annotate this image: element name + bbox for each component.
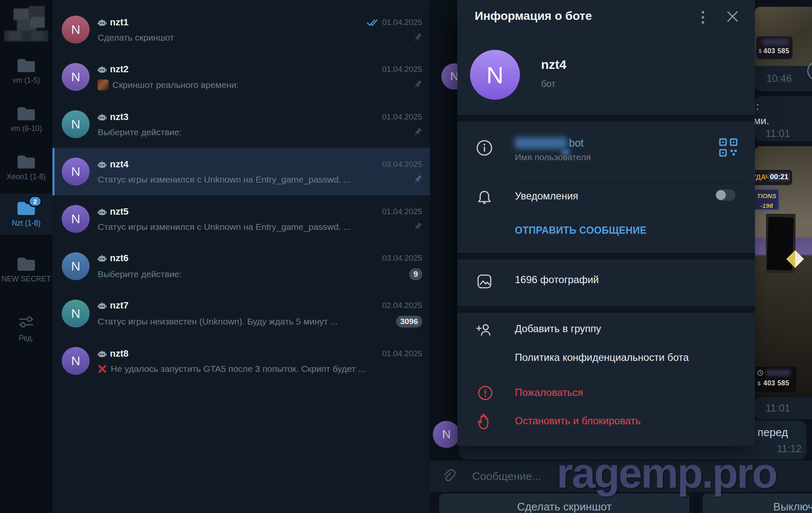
- message-input-placeholder[interactable]: Сообщение...: [472, 470, 541, 483]
- chat-row-nzt3[interactable]: N nzt3 01.04.2025: [52, 101, 430, 148]
- last-message: Скриншот реального времени:: [112, 80, 407, 90]
- timestamp: 11:12: [777, 443, 801, 455]
- chat-row-nzt2[interactable]: N nzt2 01.04.2025: [52, 53, 430, 101]
- send-message-button[interactable]: ОТПРАВИТЬ СООБЩЕНИЕ: [515, 225, 647, 236]
- bot-icon: [98, 19, 107, 27]
- last-message: Статус игры изменился с Unknown на Entry…: [98, 222, 407, 232]
- chat-avatar: N: [62, 252, 90, 280]
- report-icon: [477, 385, 495, 403]
- bot-icon: [98, 302, 107, 310]
- chat-row-nzt6[interactable]: N nzt6 03.04.2025: [52, 243, 430, 290]
- bot-name: nzt4: [541, 57, 566, 72]
- folder-icon: [16, 105, 37, 123]
- chat-title: nzt8: [110, 348, 128, 359]
- last-message: Выберите действие:: [98, 127, 407, 137]
- unread-badge: 3096: [396, 316, 422, 327]
- info-icon: [475, 139, 494, 157]
- telegram-window: N N $ 403 585 10:46 : ми. 11:01 УД: [0, 0, 812, 513]
- add-to-group-icon: [475, 321, 494, 340]
- chat-title: nzt5: [110, 206, 128, 217]
- panel-title: Информация о боте: [475, 9, 592, 23]
- read-double-check-icon: [366, 18, 379, 27]
- message-fragment: :: [756, 101, 759, 112]
- bot-icon: [98, 255, 107, 263]
- avatar-letter: N: [71, 117, 80, 131]
- avatar-letter: N: [71, 354, 80, 368]
- last-message: Статус игры неизвестен (Unknown). Буду ж…: [98, 317, 390, 327]
- timestamp: 10:46: [766, 73, 792, 85]
- bell-icon: [475, 188, 494, 207]
- bot-icon: [98, 66, 107, 74]
- chat-title: nzt4: [110, 159, 128, 170]
- photos-icon: [475, 272, 494, 291]
- photos-count[interactable]: 1696 фотографий: [515, 274, 599, 286]
- last-message: Не удалось запустить GTA5 после 3 попыто…: [111, 364, 422, 374]
- chat-row-nzt7[interactable]: N nzt7 02.04.2025: [52, 290, 430, 337]
- chat-date: 03.04.2025: [379, 160, 422, 169]
- chat-row-nzt5[interactable]: N nzt5 01.04.2025: [52, 195, 430, 243]
- block-button[interactable]: Остановить и блокировать: [515, 415, 640, 427]
- chat-date: 01.04.2025: [379, 112, 422, 122]
- folder-icon: [16, 57, 37, 74]
- folder-icon: [16, 153, 37, 171]
- pinned-icon: [413, 128, 422, 137]
- chat-title: nzt2: [110, 64, 128, 75]
- folder-label: vm (1-5): [0, 76, 52, 85]
- notifications-toggle[interactable]: [715, 189, 735, 201]
- blurred-username: [515, 137, 567, 149]
- chat-row-nzt4[interactable]: N nzt4 03.04.2025: [52, 148, 430, 195]
- star-decal: [786, 250, 804, 268]
- bot-status: бот: [541, 79, 555, 90]
- chat-title: nzt6: [110, 253, 128, 264]
- street-sign: TIONS-198: [755, 188, 779, 210]
- sidebar-folder-4[interactable]: 2 Nzt (1-8): [0, 194, 52, 235]
- qr-code-icon[interactable]: [719, 138, 738, 157]
- chat-row-nzt8[interactable]: N nzt8 01.04.2025: [52, 337, 430, 385]
- folder-label: NEW SECRET: [0, 274, 52, 284]
- chat-date: 03.04.2025: [379, 254, 422, 263]
- chat-avatar: N: [62, 300, 90, 327]
- bot-icon: [98, 161, 107, 169]
- avatar-letter: N: [71, 70, 80, 84]
- report-button[interactable]: Пожаловаться: [515, 387, 583, 398]
- photo-message[interactable]: $ 403 585: [755, 7, 812, 66]
- close-icon[interactable]: [725, 9, 741, 25]
- clock-icon: [757, 370, 763, 376]
- message-fragment: ми.: [754, 115, 769, 127]
- folder-sidebar: vm (1-5) vm (6-10) Xeon1 (1-8) 2: [0, 0, 52, 513]
- chat-date: 01.04.2025: [363, 18, 422, 27]
- photo-message[interactable]: УДАЧИ 00:21 TIONS-198 $ 403 585: [755, 146, 812, 396]
- money-overlay: 403 585: [763, 47, 789, 55]
- folder-unread-badge: 2: [28, 196, 42, 207]
- notifications-label: Уведомления: [515, 190, 578, 202]
- sidebar-folder-2[interactable]: vm (6-10): [0, 105, 52, 134]
- chat-date: 01.04.2025: [379, 207, 422, 216]
- divider: [515, 176, 746, 177]
- chat-avatar: N: [62, 205, 90, 233]
- sidebar-folder-1[interactable]: vm (1-5): [0, 57, 52, 85]
- sidebar-folder-6[interactable]: Ред.: [0, 314, 52, 343]
- folder-icon: [16, 255, 37, 273]
- attach-icon[interactable]: [442, 467, 458, 483]
- bot-icon: [98, 350, 107, 358]
- message-fragment: перед: [757, 426, 788, 439]
- chat-title: nzt7: [110, 300, 128, 311]
- bot-avatar[interactable]: N: [470, 50, 520, 100]
- sidebar-folder-5[interactable]: NEW SECRET: [0, 255, 52, 284]
- money-overlay: 403 585: [763, 379, 789, 387]
- pinned-icon: [413, 222, 422, 232]
- privacy-policy-button[interactable]: Политика конфиденциальности бота: [515, 352, 689, 363]
- bot-username[interactable]: bot: [515, 137, 584, 149]
- chat-row-nzt1[interactable]: N nzt1: [52, 6, 430, 53]
- pinned-icon: [413, 33, 422, 42]
- chat-list: N nzt1: [52, 0, 430, 513]
- add-to-group-button[interactable]: Добавить в группу: [515, 323, 601, 335]
- more-menu-icon[interactable]: [697, 11, 709, 26]
- avatar-letter: N: [71, 164, 80, 179]
- chat-date: 01.04.2025: [379, 65, 422, 74]
- watermark: ragemp.pro: [557, 449, 776, 497]
- chat-avatar: N: [62, 158, 90, 186]
- error-cross-icon: [98, 364, 107, 374]
- message-thumbnail: [98, 79, 109, 90]
- sidebar-folder-3[interactable]: Xeon1 (1-8): [0, 153, 52, 182]
